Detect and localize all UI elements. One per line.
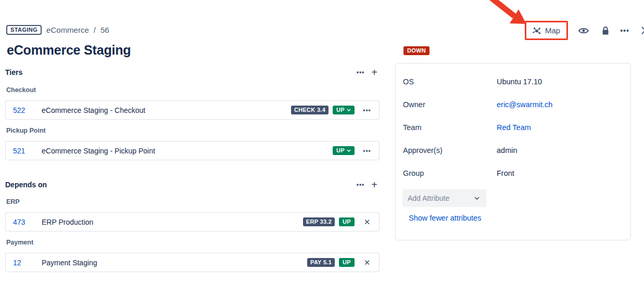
close-icon: ✕ bbox=[364, 258, 371, 267]
group-label-pickup-point: Pickup Point bbox=[6, 127, 380, 134]
dependency-row-payment: 12 Payment Staging PAY 5.1 UP ✕ bbox=[5, 253, 380, 272]
version-badge: CHECK 3.4 bbox=[291, 106, 329, 114]
group-label-payment: Payment bbox=[6, 239, 380, 246]
object-id-link[interactable]: 522 bbox=[13, 106, 34, 114]
tiers-section-header: Tiers ••• + bbox=[5, 68, 380, 77]
depends-section-actions: ••• + bbox=[357, 181, 377, 189]
add-attribute-label: Add Attribute bbox=[408, 194, 449, 202]
attribute-row-group: Group Front bbox=[396, 162, 630, 185]
section-gap bbox=[5, 160, 380, 180]
object-id-link[interactable]: 12 bbox=[13, 259, 34, 267]
status-up-label: UP bbox=[336, 107, 345, 113]
depends-section-title: Depends on bbox=[5, 181, 47, 189]
map-button-label: Map bbox=[545, 26, 560, 35]
object-name: ERP Production bbox=[42, 218, 93, 226]
version-badge: ERP 33.2 bbox=[303, 217, 335, 226]
plus-icon: + bbox=[371, 179, 377, 190]
graph-map-icon bbox=[532, 26, 541, 35]
attribute-row-team: Team Red Team bbox=[396, 116, 630, 139]
remove-dependency-button[interactable]: ✕ bbox=[361, 217, 373, 227]
close-icon bbox=[641, 26, 644, 35]
header-actions: Map ••• bbox=[525, 21, 644, 40]
eye-icon bbox=[578, 27, 589, 35]
asset-detail-page: STAGING eCommerce / 56 Map bbox=[0, 0, 644, 283]
attributes-panel: OS Ubuntu 17.10 Owner eric@swarmit.ch Te… bbox=[395, 63, 631, 240]
status-up-badge: UP bbox=[339, 258, 355, 267]
tiers-add-button[interactable]: + bbox=[371, 68, 377, 76]
breadcrumb-separator: / bbox=[94, 25, 96, 34]
attribute-row-approvers: Approver(s) admin bbox=[396, 139, 630, 162]
object-name: Payment Staging bbox=[42, 259, 97, 267]
status-up-badge: UP bbox=[339, 217, 355, 226]
watch-button[interactable] bbox=[578, 24, 589, 37]
owner-email-link[interactable]: eric@swarmit.ch bbox=[497, 100, 552, 109]
show-fewer-attributes-link[interactable]: Show fewer attributes bbox=[409, 214, 481, 222]
tier-row-checkout: 522 eCommerce Staging - Checkout CHECK 3… bbox=[5, 100, 380, 120]
attribute-row-os: OS Ubuntu 17.10 bbox=[396, 70, 630, 93]
breadcrumb: STAGING eCommerce / 56 bbox=[6, 25, 109, 35]
attribute-value: Ubuntu 17.10 bbox=[497, 78, 542, 86]
plus-icon: + bbox=[371, 67, 377, 78]
environment-badge: STAGING bbox=[6, 25, 42, 35]
team-link[interactable]: Red Team bbox=[497, 123, 531, 132]
breadcrumb-object-id: 56 bbox=[100, 25, 109, 34]
chevron-down-icon bbox=[347, 109, 351, 111]
ellipsis-icon: ••• bbox=[357, 69, 365, 76]
object-name: eCommerce Staging - Pickup Point bbox=[42, 147, 155, 155]
remove-dependency-button[interactable]: ✕ bbox=[361, 258, 373, 267]
status-up-dropdown[interactable]: UP bbox=[333, 106, 355, 114]
status-up-dropdown[interactable]: UP bbox=[333, 146, 355, 155]
ellipsis-icon: ••• bbox=[363, 107, 371, 114]
status-up-label: UP bbox=[336, 147, 345, 153]
depends-more-button[interactable]: ••• bbox=[357, 181, 365, 188]
relations-column: Tiers ••• + Checkout 522 eCommerce Stagi… bbox=[5, 68, 380, 272]
version-badge: PAY 5.1 bbox=[307, 258, 335, 267]
depends-section-header: Depends on ••• + bbox=[5, 180, 380, 189]
ellipsis-icon: ••• bbox=[357, 181, 365, 188]
ellipsis-icon: ••• bbox=[363, 147, 371, 155]
close-button[interactable] bbox=[641, 24, 644, 37]
attribute-value: Front bbox=[497, 169, 514, 177]
attribute-label: Team bbox=[403, 123, 497, 132]
object-id-link[interactable]: 473 bbox=[13, 218, 34, 226]
tiers-section-title: Tiers bbox=[5, 68, 22, 76]
lock-icon bbox=[601, 26, 610, 35]
attribute-label: Approver(s) bbox=[403, 146, 497, 155]
row-more-button[interactable]: ••• bbox=[361, 147, 373, 155]
tier-row-pickup-point: 521 eCommerce Staging - Pickup Point UP … bbox=[5, 141, 380, 160]
attribute-label: OS bbox=[403, 78, 497, 86]
dependency-row-erp: 473 ERP Production ERP 33.2 UP ✕ bbox=[5, 212, 380, 231]
tiers-more-button[interactable]: ••• bbox=[357, 69, 365, 76]
ellipsis-icon: ••• bbox=[620, 27, 629, 35]
status-down-badge: DOWN bbox=[403, 46, 430, 55]
chevron-down-icon bbox=[347, 149, 351, 152]
map-button[interactable]: Map bbox=[525, 21, 568, 40]
lock-button[interactable] bbox=[601, 24, 610, 37]
attribute-label: Group bbox=[403, 169, 497, 177]
attribute-value: admin bbox=[497, 146, 517, 155]
row-more-button[interactable]: ••• bbox=[361, 107, 373, 114]
add-attribute-dropdown[interactable]: Add Attribute bbox=[402, 189, 486, 207]
object-name: eCommerce Staging - Checkout bbox=[42, 106, 145, 114]
object-id-link[interactable]: 521 bbox=[13, 147, 34, 155]
group-label-erp: ERP bbox=[6, 198, 380, 205]
attribute-label: Owner bbox=[403, 100, 497, 109]
tiers-section-actions: ••• + bbox=[357, 68, 377, 76]
group-label-checkout: Checkout bbox=[6, 86, 380, 94]
depends-add-button[interactable]: + bbox=[371, 181, 377, 189]
more-actions-button[interactable]: ••• bbox=[620, 24, 629, 37]
page-title: eCommerce Staging bbox=[7, 43, 131, 58]
chevron-down-icon bbox=[474, 197, 479, 200]
close-icon: ✕ bbox=[364, 217, 371, 226]
breadcrumb-app-link[interactable]: eCommerce bbox=[46, 25, 89, 34]
attribute-row-owner: Owner eric@swarmit.ch bbox=[396, 93, 630, 116]
